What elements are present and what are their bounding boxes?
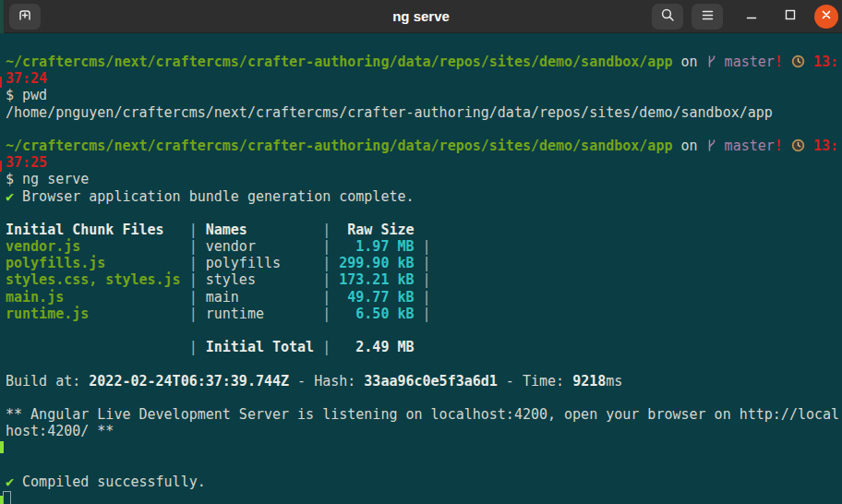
terminal-line: Build at: 2022-02-24T06:37:39.744Z - Has… — [6, 373, 839, 390]
terminal-text: ~/craftercms/next/craftercms/crafter-aut… — [6, 54, 672, 70]
terminal-text: polyfills.js — [6, 255, 105, 271]
terminal-text: on — [672, 138, 705, 154]
terminal-text: vendor — [206, 238, 256, 255]
git-branch-icon — [706, 54, 716, 72]
terminal-line — [6, 390, 839, 406]
terminal-text: | — [415, 289, 431, 306]
terminal-text: | — [80, 238, 205, 255]
terminal-text: | — [164, 222, 206, 238]
terminal-line — [6, 457, 839, 474]
clipped-glyph-red — [0, 77, 2, 88]
background-window-edge — [0, 0, 4, 33]
terminal-line — [6, 121, 839, 138]
clipped-glyph-red — [0, 161, 2, 172]
minimize-icon — [744, 7, 759, 26]
terminal-text: Browser application bundle generation co… — [14, 188, 414, 205]
terminal-text: | — [181, 271, 206, 288]
terminal-text: 299.90 kB — [339, 255, 414, 271]
terminal-line: $ pwd — [6, 87, 839, 103]
terminal-text: vendor.js — [6, 238, 80, 255]
maximize-button[interactable] — [777, 4, 803, 30]
terminal-text: runtime.js — [6, 306, 89, 322]
clock-icon — [791, 54, 805, 72]
terminal-text: | — [239, 289, 339, 306]
terminal-screen[interactable]: ~/craftercms/next/craftercms/crafter-aut… — [0, 33, 842, 504]
terminal-text: | — [281, 255, 339, 271]
terminal-text: 37:24 — [6, 70, 47, 87]
terminal-text: Compiled successfully. — [14, 474, 206, 490]
titlebar: ng serve — [0, 0, 842, 33]
terminal-text: master — [716, 138, 775, 154]
terminal-text — [805, 138, 813, 154]
terminal-text: styles — [206, 271, 256, 288]
terminal-text: | — [415, 255, 431, 271]
terminal-text: | — [247, 222, 339, 238]
terminal-text — [783, 54, 791, 70]
terminal-line: Initial Chunk Files | Names | Raw Size — [6, 222, 839, 238]
terminal-text: | — [314, 339, 339, 355]
terminal-text: | — [264, 306, 339, 322]
terminal-line: vendor.js | vendor | 1.97 MB | — [6, 238, 839, 255]
terminal-text: ! — [775, 138, 783, 154]
terminal-text: ~/craftercms/next/craftercms/crafter-aut… — [6, 138, 672, 154]
terminal-text — [783, 138, 791, 154]
clipped-glyph-green — [0, 496, 3, 504]
terminal-line: 37:24 — [6, 70, 839, 87]
terminal-line: runtime.js | runtime | 6.50 kB | — [6, 306, 839, 322]
new-tab-icon — [17, 6, 33, 27]
terminal-line: ✔ Compiled successfully. — [6, 474, 839, 490]
menu-button[interactable] — [692, 4, 723, 30]
terminal-text: master — [716, 54, 775, 70]
terminal-text: 2022-02-24T06:37:39.744Z — [89, 373, 289, 390]
search-button[interactable] — [652, 4, 683, 30]
terminal-line: polyfills.js | polyfills | 299.90 kB | — [6, 255, 839, 271]
terminal-line — [6, 490, 839, 504]
git-branch-icon — [706, 138, 716, 156]
terminal-text: 33aa96c0e5f3a6d1 — [364, 373, 498, 390]
terminal-line: ✔ Browser application bundle generation … — [6, 188, 839, 205]
terminal-text: /home/pnguyen/craftercms/next/craftercms… — [6, 104, 773, 121]
clipped-glyph-green — [0, 441, 4, 453]
terminal-line — [6, 355, 839, 372]
terminal-output: ~/craftercms/next/craftercms/crafter-aut… — [6, 54, 839, 504]
terminal-line — [6, 322, 839, 339]
terminal-line: 37:25 — [6, 154, 839, 171]
minimize-button[interactable] — [739, 4, 764, 30]
terminal-text: | — [256, 271, 339, 288]
terminal-text: ** Angular Live Development Server is li… — [6, 406, 839, 423]
terminal-text: host:4200/ ** — [6, 423, 114, 439]
terminal-text: | — [89, 306, 205, 322]
terminal-line: ~/craftercms/next/craftercms/crafter-aut… — [6, 138, 839, 154]
terminal-text: runtime — [206, 306, 264, 322]
terminal-text: Raw Size — [339, 222, 414, 238]
terminal-text: - Time: — [498, 373, 572, 390]
new-tab-button[interactable] — [9, 4, 41, 30]
terminal-text: 37:25 — [6, 154, 47, 171]
terminal-text: 2.49 MB — [339, 339, 414, 355]
hamburger-menu-icon — [700, 7, 716, 27]
terminal-text: | — [256, 238, 339, 255]
terminal-text: main — [206, 289, 239, 306]
terminal-text: | — [105, 255, 205, 271]
terminal-text: - Hash: — [289, 373, 364, 390]
terminal-text: Build at: — [6, 373, 89, 390]
terminal-text: | — [64, 289, 206, 306]
terminal-line — [6, 439, 839, 456]
terminal-text: 6.50 kB — [339, 306, 414, 322]
terminal-line: /home/pnguyen/craftercms/next/craftercms… — [6, 104, 839, 121]
terminal-line — [6, 205, 839, 222]
terminal-line: host:4200/ ** — [6, 423, 839, 439]
terminal-text: ! — [775, 54, 783, 70]
terminal-text: main.js — [6, 289, 64, 306]
terminal-text: | — [415, 271, 431, 288]
terminal-line: ~/craftercms/next/craftercms/crafter-aut… — [6, 54, 839, 70]
terminal-text: styles.css, styles.js — [6, 271, 181, 288]
terminal-text: 13: — [813, 54, 838, 70]
terminal-cursor — [3, 491, 11, 504]
terminal-text: 49.77 kB — [339, 289, 414, 306]
terminal-text — [805, 54, 813, 70]
terminal-text: polyfills — [206, 255, 281, 271]
terminal-line: main.js | main | 49.77 kB | — [6, 289, 839, 306]
terminal-text: $ pwd — [6, 87, 47, 103]
close-button[interactable] — [814, 5, 838, 29]
